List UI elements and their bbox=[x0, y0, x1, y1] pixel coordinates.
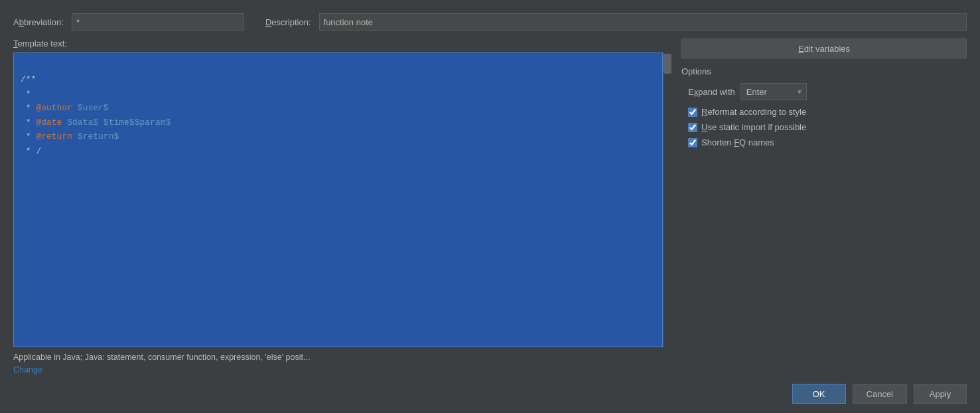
bottom-bar: OK Cancel Apply bbox=[13, 374, 967, 413]
expand-with-select[interactable]: Enter Tab Space bbox=[740, 83, 807, 100]
edit-variables-button[interactable]: Edit variables bbox=[681, 39, 967, 58]
template-editor-wrapper: /** * * @author $user$ * @date $data$ $t… bbox=[13, 52, 671, 347]
main-content: Template text: /** * * @author $user$ * … bbox=[13, 39, 967, 374]
apply-button[interactable]: Apply bbox=[914, 384, 967, 404]
shorten-fq-checkbox-row: Shorten FQ names bbox=[688, 137, 967, 147]
options-title: Options bbox=[681, 66, 967, 76]
expand-with-dropdown-wrapper: Enter Tab Space ▼ bbox=[740, 83, 807, 100]
applicable-text: Applicable in Java; Java: statement, con… bbox=[13, 353, 671, 362]
abbreviation-label: Abbreviation: bbox=[13, 17, 64, 27]
cancel-button[interactable]: Cancel bbox=[853, 384, 907, 404]
description-label: Description: bbox=[265, 17, 311, 27]
template-label: Template text: bbox=[13, 39, 671, 48]
options-section: Options Expand with Enter Tab Space ▼ bbox=[681, 66, 967, 153]
abbreviation-input[interactable]: * bbox=[72, 13, 244, 31]
scrollbar-track[interactable] bbox=[663, 52, 671, 347]
reformat-label[interactable]: Reformat according to style bbox=[701, 107, 806, 117]
static-import-checkbox-row: Use static import if possible bbox=[688, 122, 967, 132]
right-panel: Edit variables Options Expand with Enter… bbox=[681, 39, 967, 374]
template-editor[interactable]: /** * * @author $user$ * @date $data$ $t… bbox=[13, 52, 663, 347]
field-row-top: Abbreviation: * Description: function no… bbox=[13, 13, 967, 31]
ok-button[interactable]: OK bbox=[792, 384, 846, 404]
scrollbar-thumb[interactable] bbox=[664, 54, 671, 74]
description-input[interactable]: function note bbox=[319, 13, 967, 31]
reformat-checkbox[interactable] bbox=[688, 108, 697, 117]
reformat-checkbox-row: Reformat according to style bbox=[688, 107, 967, 117]
shorten-fq-checkbox[interactable] bbox=[688, 138, 697, 147]
static-import-label[interactable]: Use static import if possible bbox=[701, 122, 806, 132]
expand-row: Expand with Enter Tab Space ▼ bbox=[688, 83, 967, 100]
left-panel: Template text: /** * * @author $user$ * … bbox=[13, 39, 671, 374]
expand-with-label: Expand with bbox=[688, 87, 735, 97]
change-link[interactable]: Change bbox=[13, 365, 42, 374]
shorten-fq-label[interactable]: Shorten FQ names bbox=[701, 137, 774, 147]
static-import-checkbox[interactable] bbox=[688, 123, 697, 132]
